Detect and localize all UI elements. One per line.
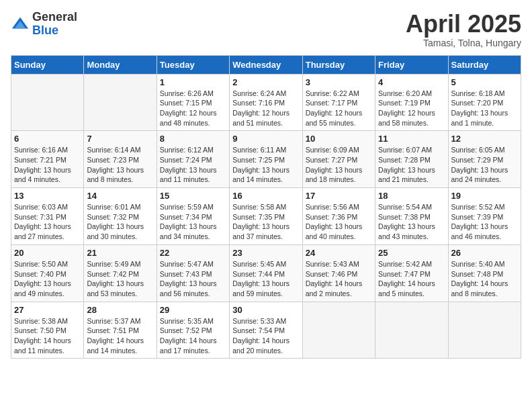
day-info: Sunrise: 6:18 AMSunset: 7:20 PMDaylight:… (451, 89, 518, 128)
day-info: Sunrise: 5:37 AMSunset: 7:51 PMDaylight:… (87, 316, 153, 356)
calendar-week-2: 6Sunrise: 6:16 AMSunset: 7:21 PMDaylight… (11, 131, 521, 188)
day-info: Sunrise: 5:50 AMSunset: 7:40 PMDaylight:… (14, 259, 81, 299)
day-number: 12 (451, 134, 518, 144)
day-info: Sunrise: 5:54 AMSunset: 7:38 PMDaylight:… (378, 202, 445, 242)
day-number: 24 (306, 248, 372, 258)
day-info: Sunrise: 5:35 AMSunset: 7:52 PMDaylight:… (160, 316, 226, 356)
day-number: 11 (378, 134, 445, 144)
day-info: Sunrise: 6:05 AMSunset: 7:29 PMDaylight:… (451, 145, 518, 185)
day-number: 19 (451, 191, 518, 201)
day-info: Sunrise: 5:42 AMSunset: 7:47 PMDaylight:… (378, 259, 445, 299)
day-info: Sunrise: 6:14 AMSunset: 7:23 PMDaylight:… (87, 145, 153, 185)
calendar-cell (302, 302, 375, 359)
calendar-cell: 18Sunrise: 5:54 AMSunset: 7:38 PMDayligh… (375, 188, 448, 245)
calendar-cell: 11Sunrise: 6:07 AMSunset: 7:28 PMDayligh… (375, 131, 448, 188)
calendar-week-5: 27Sunrise: 5:38 AMSunset: 7:50 PMDayligh… (11, 302, 521, 359)
day-number: 15 (160, 191, 226, 201)
month-title: April 2025 (406, 11, 521, 38)
day-info: Sunrise: 5:58 AMSunset: 7:35 PMDaylight:… (232, 202, 299, 242)
day-number: 17 (306, 191, 372, 201)
header-row: SundayMondayTuesdayWednesdayThursdayFrid… (11, 55, 521, 74)
day-info: Sunrise: 5:45 AMSunset: 7:44 PMDaylight:… (232, 259, 299, 299)
day-info: Sunrise: 6:20 AMSunset: 7:19 PMDaylight:… (378, 89, 445, 128)
day-number: 21 (87, 248, 153, 258)
header-day-sunday: Sunday (11, 55, 84, 74)
calendar-cell: 27Sunrise: 5:38 AMSunset: 7:50 PMDayligh… (11, 302, 84, 359)
calendar-cell: 7Sunrise: 6:14 AMSunset: 7:23 PMDaylight… (84, 131, 157, 188)
calendar-cell: 17Sunrise: 5:56 AMSunset: 7:36 PMDayligh… (302, 188, 375, 245)
day-info: Sunrise: 5:33 AMSunset: 7:54 PMDaylight:… (232, 316, 299, 356)
day-number: 27 (14, 305, 81, 315)
day-info: Sunrise: 5:59 AMSunset: 7:34 PMDaylight:… (160, 202, 226, 242)
header-day-wednesday: Wednesday (230, 55, 302, 74)
day-number: 23 (232, 248, 299, 258)
day-number: 5 (451, 77, 518, 87)
day-info: Sunrise: 5:52 AMSunset: 7:39 PMDaylight:… (451, 202, 518, 242)
calendar-cell: 23Sunrise: 5:45 AMSunset: 7:44 PMDayligh… (230, 244, 302, 302)
day-info: Sunrise: 5:38 AMSunset: 7:50 PMDaylight:… (14, 316, 81, 356)
calendar-cell: 30Sunrise: 5:33 AMSunset: 7:54 PMDayligh… (230, 302, 302, 359)
day-info: Sunrise: 5:56 AMSunset: 7:36 PMDaylight:… (306, 202, 372, 242)
day-number: 3 (306, 77, 372, 87)
location-subtitle: Tamasi, Tolna, Hungary (406, 38, 521, 48)
calendar-cell: 15Sunrise: 5:59 AMSunset: 7:34 PMDayligh… (157, 188, 229, 245)
logo-general: General (32, 11, 77, 24)
day-number: 22 (160, 248, 226, 258)
day-info: Sunrise: 6:22 AMSunset: 7:17 PMDaylight:… (306, 89, 372, 128)
calendar-cell: 28Sunrise: 5:37 AMSunset: 7:51 PMDayligh… (84, 302, 157, 359)
day-number: 9 (232, 134, 299, 144)
calendar-cell (84, 74, 157, 131)
day-number: 20 (14, 248, 81, 258)
calendar-cell: 24Sunrise: 5:43 AMSunset: 7:46 PMDayligh… (302, 244, 375, 302)
calendar-header: SundayMondayTuesdayWednesdayThursdayFrid… (11, 55, 521, 74)
day-number: 26 (451, 248, 518, 258)
header-day-monday: Monday (84, 55, 157, 74)
day-info: Sunrise: 6:03 AMSunset: 7:31 PMDaylight:… (14, 202, 81, 242)
calendar-cell: 5Sunrise: 6:18 AMSunset: 7:20 PMDaylight… (448, 74, 521, 131)
day-number: 25 (378, 248, 445, 258)
calendar-cell: 6Sunrise: 6:16 AMSunset: 7:21 PMDaylight… (11, 131, 84, 188)
header-day-saturday: Saturday (448, 55, 521, 74)
calendar-body: 1Sunrise: 6:26 AMSunset: 7:15 PMDaylight… (11, 74, 521, 359)
calendar-cell (448, 302, 521, 359)
day-info: Sunrise: 5:43 AMSunset: 7:46 PMDaylight:… (306, 259, 372, 299)
header-day-tuesday: Tuesday (157, 55, 229, 74)
logo-blue-text: Blue (32, 24, 77, 38)
calendar-cell: 10Sunrise: 6:09 AMSunset: 7:27 PMDayligh… (302, 131, 375, 188)
day-number: 1 (160, 77, 226, 87)
day-number: 2 (232, 77, 299, 87)
day-number: 6 (14, 134, 81, 144)
calendar-cell: 9Sunrise: 6:11 AMSunset: 7:25 PMDaylight… (230, 131, 302, 188)
day-number: 30 (232, 305, 299, 315)
day-number: 4 (378, 77, 445, 87)
day-number: 10 (306, 134, 372, 144)
calendar-cell: 1Sunrise: 6:26 AMSunset: 7:15 PMDaylight… (157, 74, 229, 131)
day-number: 29 (160, 305, 226, 315)
calendar-cell: 16Sunrise: 5:58 AMSunset: 7:35 PMDayligh… (230, 188, 302, 245)
day-info: Sunrise: 6:01 AMSunset: 7:32 PMDaylight:… (87, 202, 153, 242)
day-number: 18 (378, 191, 445, 201)
calendar-cell: 8Sunrise: 6:12 AMSunset: 7:24 PMDaylight… (157, 131, 229, 188)
day-info: Sunrise: 6:24 AMSunset: 7:16 PMDaylight:… (232, 89, 299, 128)
day-info: Sunrise: 6:11 AMSunset: 7:25 PMDaylight:… (232, 145, 299, 185)
calendar-cell: 22Sunrise: 5:47 AMSunset: 7:43 PMDayligh… (157, 244, 229, 302)
day-number: 13 (14, 191, 81, 201)
calendar-cell: 19Sunrise: 5:52 AMSunset: 7:39 PMDayligh… (448, 188, 521, 245)
calendar-cell: 3Sunrise: 6:22 AMSunset: 7:17 PMDaylight… (302, 74, 375, 131)
calendar-cell: 26Sunrise: 5:40 AMSunset: 7:48 PMDayligh… (448, 244, 521, 302)
calendar-cell: 14Sunrise: 6:01 AMSunset: 7:32 PMDayligh… (84, 188, 157, 245)
logo-icon (11, 15, 30, 34)
calendar-cell: 25Sunrise: 5:42 AMSunset: 7:47 PMDayligh… (375, 244, 448, 302)
day-number: 7 (87, 134, 153, 144)
calendar-cell: 4Sunrise: 6:20 AMSunset: 7:19 PMDaylight… (375, 74, 448, 131)
header-day-friday: Friday (375, 55, 448, 74)
day-info: Sunrise: 6:16 AMSunset: 7:21 PMDaylight:… (14, 145, 81, 185)
calendar-week-1: 1Sunrise: 6:26 AMSunset: 7:15 PMDaylight… (11, 74, 521, 131)
calendar-week-4: 20Sunrise: 5:50 AMSunset: 7:40 PMDayligh… (11, 244, 521, 302)
page-header: General Blue April 2025 Tamasi, Tolna, H… (11, 11, 521, 48)
calendar-cell: 20Sunrise: 5:50 AMSunset: 7:40 PMDayligh… (11, 244, 84, 302)
calendar-cell: 12Sunrise: 6:05 AMSunset: 7:29 PMDayligh… (448, 131, 521, 188)
day-info: Sunrise: 6:26 AMSunset: 7:15 PMDaylight:… (160, 89, 226, 128)
calendar-cell: 29Sunrise: 5:35 AMSunset: 7:52 PMDayligh… (157, 302, 229, 359)
logo: General Blue (11, 11, 77, 38)
